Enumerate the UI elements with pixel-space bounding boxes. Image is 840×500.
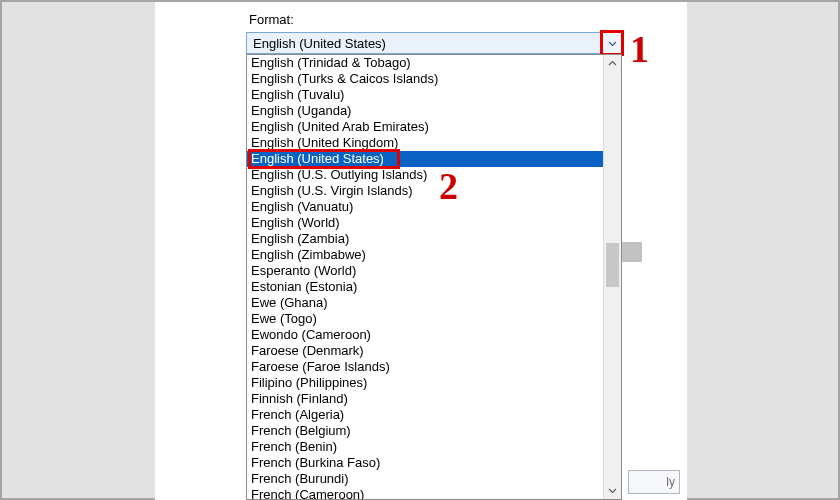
format-option[interactable]: Estonian (Estonia) (247, 279, 604, 295)
scroll-thumb[interactable] (606, 243, 619, 287)
format-option[interactable]: English (Zimbabwe) (247, 247, 604, 263)
format-option[interactable]: English (U.S. Virgin Islands) (247, 183, 604, 199)
format-dropdown-items: English (Trinidad & Tobago)English (Turk… (247, 55, 604, 499)
scroll-up-button[interactable] (604, 55, 621, 72)
format-option[interactable]: English (United Kingdom) (247, 135, 604, 151)
format-option[interactable]: French (Burundi) (247, 471, 604, 487)
format-option[interactable]: Faroese (Faroe Islands) (247, 359, 604, 375)
screenshot-viewport: Format: English (United States) ly Engli… (0, 0, 840, 500)
format-option[interactable]: French (Cameroon) (247, 487, 604, 500)
chevron-up-icon (608, 59, 617, 68)
chevron-down-icon (608, 486, 617, 495)
region-settings-dialog: Format: English (United States) ly Engli… (155, 2, 687, 500)
background-fragment (622, 242, 642, 262)
format-option[interactable]: French (Benin) (247, 439, 604, 455)
format-combobox-button[interactable] (602, 33, 621, 53)
format-dropdown-list[interactable]: English (Trinidad & Tobago)English (Turk… (246, 54, 622, 500)
format-option[interactable]: Ewondo (Cameroon) (247, 327, 604, 343)
apply-button-fragment: ly (628, 470, 680, 494)
format-option[interactable]: Finnish (Finland) (247, 391, 604, 407)
format-combobox-value: English (United States) (247, 36, 602, 51)
format-label: Format: (249, 12, 294, 27)
format-option[interactable]: English (Uganda) (247, 103, 604, 119)
scroll-down-button[interactable] (604, 482, 621, 499)
format-option[interactable]: Filipino (Philippines) (247, 375, 604, 391)
chevron-down-icon (608, 39, 617, 48)
format-combobox[interactable]: English (United States) (246, 32, 622, 54)
format-option[interactable]: English (Tuvalu) (247, 87, 604, 103)
format-option[interactable]: English (United Arab Emirates) (247, 119, 604, 135)
format-option[interactable]: French (Algeria) (247, 407, 604, 423)
format-option[interactable]: English (United States) (247, 151, 604, 167)
format-option[interactable]: English (U.S. Outlying Islands) (247, 167, 604, 183)
format-option[interactable]: English (Vanuatu) (247, 199, 604, 215)
format-option[interactable]: English (Turks & Caicos Islands) (247, 71, 604, 87)
format-option[interactable]: English (Trinidad & Tobago) (247, 55, 604, 71)
scrollbar[interactable] (603, 55, 621, 499)
format-option[interactable]: Faroese (Denmark) (247, 343, 604, 359)
format-option[interactable]: English (Zambia) (247, 231, 604, 247)
format-option[interactable]: Esperanto (World) (247, 263, 604, 279)
format-option[interactable]: Ewe (Togo) (247, 311, 604, 327)
format-option[interactable]: English (World) (247, 215, 604, 231)
format-option[interactable]: French (Burkina Faso) (247, 455, 604, 471)
format-option[interactable]: French (Belgium) (247, 423, 604, 439)
format-option[interactable]: Ewe (Ghana) (247, 295, 604, 311)
